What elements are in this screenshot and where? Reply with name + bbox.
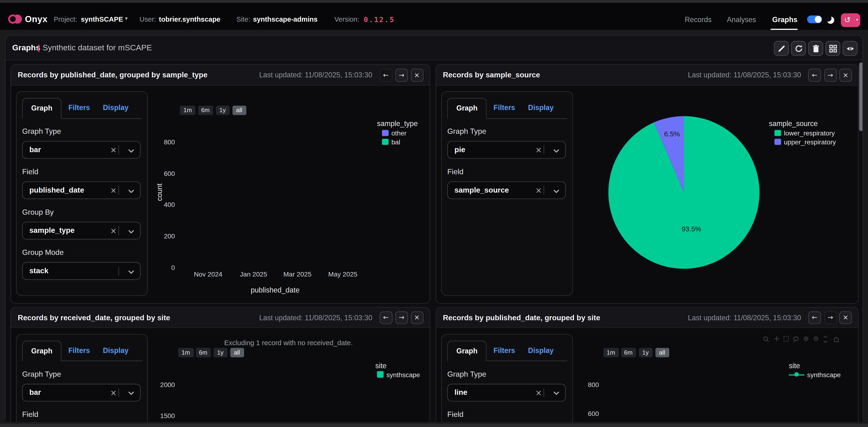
layout-grid-button[interactable]: [825, 41, 840, 56]
scrollbar-thumb[interactable]: [859, 62, 862, 131]
panel-close-button[interactable]: ×: [839, 69, 852, 81]
legend-title: sample_type: [377, 120, 418, 128]
project-caret-icon[interactable]: ▾: [125, 15, 128, 21]
chevron-down-icon[interactable]: [128, 149, 134, 153]
panel-prev-button[interactable]: ←: [379, 311, 392, 324]
delete-button[interactable]: [808, 41, 823, 56]
project-value[interactable]: synthSCAPE: [81, 15, 123, 23]
clear-icon[interactable]: ×: [109, 141, 118, 158]
chevron-down-icon[interactable]: [128, 189, 134, 193]
x-tick: Jan 2025: [234, 270, 273, 278]
legend-marker-synthscape[interactable]: [794, 372, 799, 377]
select-value: pie: [455, 141, 465, 158]
brand-name[interactable]: Onyx: [25, 14, 48, 24]
theme-toggle[interactable]: [807, 15, 822, 23]
page-title: Graphs: [12, 35, 40, 60]
select-value: bar: [29, 384, 41, 401]
group-by-label: Group By: [22, 208, 138, 217]
select-value: sample_source: [455, 182, 509, 199]
panel-next-button[interactable]: →: [824, 69, 837, 81]
range-6m-button[interactable]: 6m: [621, 348, 636, 357]
tab-filters[interactable]: Filters: [489, 98, 520, 118]
excluded-records-note: Excluding 1 record with no received_date…: [216, 339, 361, 347]
panel-prev-button[interactable]: ←: [808, 69, 821, 81]
tab-graph[interactable]: Graph: [447, 340, 487, 361]
range-1y-button[interactable]: 1y: [216, 106, 229, 115]
group-mode-select[interactable]: stack: [22, 262, 141, 280]
legend-swatch-other[interactable]: [382, 130, 388, 136]
group-by-select[interactable]: sample_type ×: [22, 222, 141, 239]
clear-icon[interactable]: ×: [534, 141, 543, 158]
chevron-down-icon[interactable]: [553, 189, 560, 193]
legend-label-synthscape[interactable]: synthscape: [386, 371, 420, 379]
nav-analyses[interactable]: Analyses: [727, 15, 756, 24]
panel-close-button[interactable]: ×: [839, 311, 852, 324]
range-1m-button[interactable]: 1m: [178, 348, 193, 357]
chevron-down-icon[interactable]: [128, 229, 134, 234]
preview-button[interactable]: [842, 41, 858, 56]
chevron-down-icon[interactable]: [128, 391, 134, 395]
panel-header: Records by published_date, grouped by si…: [436, 307, 858, 328]
legend-label-upper-respiratory[interactable]: upper_respiratory: [784, 138, 836, 146]
range-all-button[interactable]: all: [655, 348, 669, 357]
legend-swatch-bal[interactable]: [382, 138, 388, 145]
legend-label-bal[interactable]: bal: [392, 138, 400, 146]
panel-next-button[interactable]: →: [395, 69, 408, 81]
field-select[interactable]: published_date ×: [22, 181, 141, 199]
range-1m-button[interactable]: 1m: [603, 348, 619, 357]
tab-display[interactable]: Display: [99, 340, 133, 360]
panel-prev-button[interactable]: ←: [379, 69, 392, 81]
tab-display[interactable]: Display: [99, 98, 133, 118]
project-label: Project:: [54, 15, 77, 23]
range-6m-button[interactable]: 6m: [195, 348, 211, 357]
panel-close-button[interactable]: ×: [410, 311, 423, 324]
panel-next-button[interactable]: →: [824, 311, 837, 324]
nav-records[interactable]: Records: [685, 15, 712, 24]
range-all-button[interactable]: all: [232, 106, 246, 115]
panel-prev-button[interactable]: ←: [808, 311, 821, 324]
tab-graph[interactable]: Graph: [22, 98, 61, 118]
range-1y-button[interactable]: 1y: [214, 348, 227, 357]
history-menu-button[interactable]: ↺ ▾: [841, 13, 860, 27]
tab-display[interactable]: Display: [524, 340, 558, 360]
clear-icon[interactable]: ×: [109, 384, 118, 401]
chevron-down-icon[interactable]: [553, 149, 560, 153]
clear-icon[interactable]: ×: [534, 384, 543, 401]
graph-type-select[interactable]: bar ×: [22, 141, 141, 159]
x-tick: Nov 2024: [189, 270, 227, 278]
tab-filters[interactable]: Filters: [489, 340, 520, 360]
chevron-down-icon[interactable]: [553, 391, 560, 395]
nav-graphs[interactable]: Graphs: [772, 15, 797, 24]
tab-filters[interactable]: Filters: [64, 340, 95, 360]
tab-graph[interactable]: Graph: [447, 98, 487, 118]
clear-icon[interactable]: ×: [109, 223, 118, 239]
tab-graph[interactable]: Graph: [22, 340, 61, 361]
select-value: bar: [29, 141, 41, 158]
legend-swatch-synthscape[interactable]: [377, 371, 383, 377]
refresh-button[interactable]: [791, 41, 806, 56]
graph-type-label: Graph Type: [22, 370, 138, 379]
clear-icon[interactable]: ×: [534, 182, 543, 199]
legend-swatch-upper-respiratory[interactable]: [775, 138, 781, 145]
legend-label-other[interactable]: other: [392, 129, 406, 137]
graph-type-select[interactable]: line ×: [447, 384, 565, 401]
chevron-down-icon[interactable]: [128, 270, 134, 274]
select-value: sample_type: [29, 223, 74, 239]
range-1y-button[interactable]: 1y: [639, 348, 652, 357]
legend-label-lower-respiratory[interactable]: lower_respiratory: [784, 129, 835, 137]
tab-filters[interactable]: Filters: [64, 98, 95, 118]
legend-swatch-lower-respiratory[interactable]: [775, 130, 781, 136]
panel-close-button[interactable]: ×: [410, 69, 423, 81]
tab-display[interactable]: Display: [524, 98, 558, 118]
range-1m-button[interactable]: 1m: [180, 106, 195, 115]
clear-icon[interactable]: ×: [109, 182, 118, 199]
legend-label-synthscape[interactable]: synthscape: [807, 371, 841, 379]
field-select[interactable]: sample_source ×: [447, 181, 565, 199]
range-all-button[interactable]: all: [230, 348, 244, 357]
graph-type-label: Graph Type: [447, 370, 563, 379]
graph-type-select[interactable]: bar ×: [22, 384, 141, 401]
panel-next-button[interactable]: →: [395, 311, 408, 324]
graph-type-select[interactable]: pie ×: [447, 141, 565, 159]
range-6m-button[interactable]: 6m: [198, 106, 213, 115]
edit-button[interactable]: [774, 41, 789, 56]
